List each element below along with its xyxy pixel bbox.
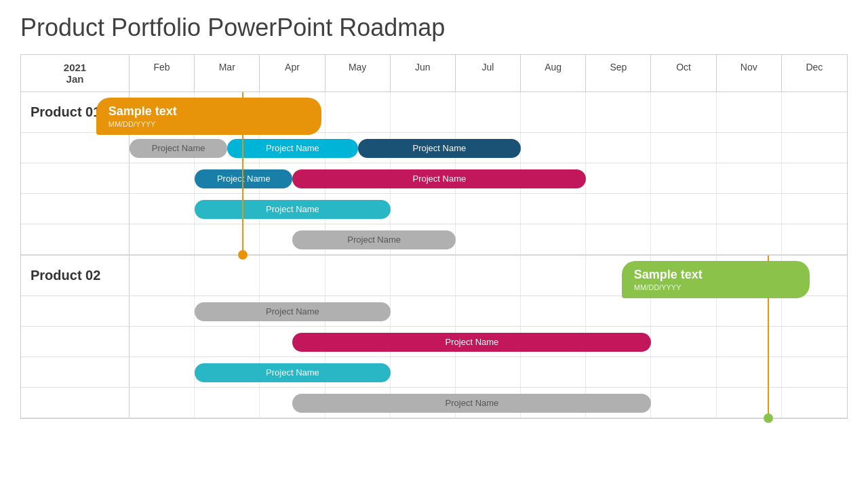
callout-green: Sample textMM/DD/YYYY	[622, 261, 810, 298]
callout-sub: MM/DD/YYYY	[634, 283, 797, 291]
roadmap-container: 2021JanFebMarAprMayJunJulAugSepOctNovDec…	[20, 54, 848, 419]
timeline-dot	[764, 413, 773, 423]
bar-row-3	[21, 224, 847, 255]
bar-row-0	[21, 296, 847, 327]
month-cell-apr: Apr	[260, 55, 325, 92]
bar-row-3	[21, 388, 847, 418]
month-cell-jun: Jun	[391, 55, 456, 92]
timeline-line	[242, 133, 243, 163]
timeline-line	[768, 327, 769, 357]
month-cell-feb: Feb	[130, 55, 195, 92]
timeline-line	[768, 357, 769, 388]
product-label: Product 02	[21, 256, 130, 296]
callout-sub: MM/DD/YYYY	[108, 120, 309, 128]
product-section-product-01: Product 01Sample textMM/DD/YYYYProject N…	[21, 92, 847, 256]
bar-row-2	[21, 194, 847, 224]
timeline-line	[242, 163, 243, 194]
product-section-product-02: Product 02Sample textMM/DD/YYYYProject N…	[21, 256, 847, 418]
month-cell-sep: Sep	[586, 55, 651, 92]
callout-title: Sample text	[108, 104, 309, 119]
month-cell-aug: Aug	[521, 55, 586, 92]
month-cell-dec: Dec	[782, 55, 847, 92]
month-cell-mar: Mar	[195, 55, 260, 92]
month-cell-may: May	[326, 55, 391, 92]
month-cell-jul: Jul	[456, 55, 521, 92]
month-cell-nov: Nov	[717, 55, 782, 92]
timeline-header: 2021JanFebMarAprMayJunJulAugSepOctNovDec	[21, 55, 847, 92]
month-cell-jan: 2021Jan	[21, 55, 130, 92]
timeline-line	[768, 296, 769, 327]
timeline-line	[242, 194, 243, 224]
callout-orange: Sample textMM/DD/YYYY	[96, 98, 321, 135]
bar-row-0	[21, 133, 847, 163]
callout-title: Sample text	[634, 268, 797, 282]
month-cell-oct: Oct	[651, 55, 716, 92]
bar-row-1	[21, 327, 847, 357]
timeline-dot	[238, 250, 248, 260]
page-title: Product Portfolio PowerPoint Roadmap	[20, 14, 848, 42]
bar-row-1	[21, 163, 847, 194]
bar-row-2	[21, 357, 847, 388]
